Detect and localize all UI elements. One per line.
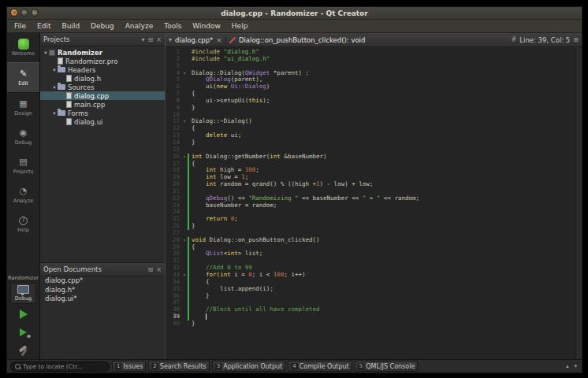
build-button[interactable] (7, 341, 39, 359)
monitor-icon (17, 285, 29, 294)
menu-item-file[interactable]: File (9, 20, 32, 32)
code-line[interactable]: 23 baseNumber = random; (166, 202, 575, 209)
output-pane-button-compile-output[interactable]: 4Compile Output (288, 361, 352, 372)
debug-icon (17, 128, 29, 139)
window-controls: × − ▫ (10, 9, 39, 17)
fold-marker-icon[interactable]: ▾ (181, 272, 188, 279)
split-icon[interactable]: ⊞ (148, 36, 154, 43)
expand-arrow-icon[interactable]: ▾ (43, 50, 49, 56)
code-line[interactable]: 9} (166, 105, 575, 112)
chevron-down-icon[interactable]: ▾ (169, 36, 172, 43)
code-line[interactable]: 40} (166, 321, 575, 328)
code-line[interactable]: 35 list.append(i); (166, 286, 575, 293)
menu-item-tools[interactable]: Tools (158, 20, 187, 32)
code-text: } (189, 223, 195, 230)
qt-creator-window: × − ▫ dialog.cpp - Randomizer - Qt Creat… (6, 6, 582, 373)
locate-input[interactable]: Type to locate (Ctr... (10, 361, 110, 372)
output-pane-button-search-results[interactable]: 2Search Results (148, 361, 209, 372)
button-label: QML/JS Console (366, 363, 415, 370)
expand-arrow-icon[interactable]: ▾ (51, 84, 58, 91)
run-button[interactable] (7, 305, 39, 323)
menu-item-debug[interactable]: Debug (85, 20, 120, 32)
fold-marker-icon[interactable]: ▾ (181, 70, 188, 77)
tree-item-randomizer-pro[interactable]: Randomizer.pro (40, 57, 165, 65)
titlebar[interactable]: × − ▫ dialog.cpp - Randomizer - Qt Creat… (7, 7, 582, 20)
close-icon[interactable]: × (156, 36, 162, 43)
code-line[interactable]: 14} (166, 139, 575, 146)
code-text: delete ui; (189, 132, 241, 139)
hash-icon[interactable]: # (512, 36, 517, 43)
code-line[interactable]: 36 } (166, 293, 575, 300)
code-editor[interactable]: 1#include "dialog.h"2#include "ui_dialog… (166, 47, 582, 359)
output-pane-button-application-output[interactable]: 3Application Output (212, 361, 286, 372)
tree-item-label: main.cpp (74, 101, 105, 109)
tree-item-dialog-h[interactable]: dialog.h (40, 74, 165, 83)
code-line[interactable]: 25 return 0; (166, 216, 575, 223)
split-editor-icon[interactable]: ⊞ (573, 36, 579, 43)
mode-item-edit[interactable]: Edit (7, 62, 39, 93)
mode-item-projects[interactable]: Projects (7, 151, 39, 180)
fold-marker-icon[interactable]: ▾ (181, 118, 188, 125)
split-icon[interactable]: ⊞ (148, 266, 154, 273)
symbol-selector[interactable]: Dialog::on_pushButton_clicked(): void (239, 36, 365, 44)
tree-item-dialog-ui[interactable]: dialog.ui (40, 117, 165, 126)
editor-scrollbar[interactable] (575, 47, 582, 359)
tree-item-main-cpp[interactable]: main.cpp (40, 100, 165, 109)
code-line[interactable]: 16▾int Dialog::getNumber(int &baseNumber… (166, 154, 575, 161)
code-line[interactable]: 2#include "ui_dialog.h" (166, 56, 575, 63)
menu-item-edit[interactable]: Edit (32, 20, 56, 32)
open-file-name[interactable]: dialog.cpp* (175, 36, 213, 44)
expand-arrow-icon[interactable]: ▾ (51, 67, 58, 73)
code-line[interactable]: 13 delete ui; (166, 132, 575, 139)
output-pane-button-qml-js-console[interactable]: 5QML/JS Console (355, 361, 419, 372)
chevron-up-icon[interactable]: ▴ (564, 363, 571, 369)
code-line[interactable]: 38 //Block until all have completed (166, 306, 575, 313)
expand-arrow-icon[interactable]: ▾ (51, 110, 58, 117)
code-line[interactable]: 30 QList<int> list; (166, 250, 575, 258)
tree-item-headers[interactable]: ▾Headers (40, 65, 165, 74)
code-area[interactable]: 1#include "dialog.h"2#include "ui_dialog… (166, 47, 575, 359)
projects-icon (17, 157, 29, 168)
mode-item-debug[interactable]: Debug (7, 122, 39, 151)
close-document-icon[interactable]: × (216, 36, 222, 44)
code-line[interactable]: 6 ui(new Ui::Dialog) (166, 83, 575, 91)
open-document-dialog-ui[interactable]: dialog.ui* (40, 295, 165, 304)
mode-item-design[interactable]: Design (7, 93, 39, 122)
menu-item-help[interactable]: Help (226, 20, 254, 32)
window-maximize-button[interactable]: ▫ (31, 9, 39, 17)
menu-item-window[interactable]: Window (187, 20, 226, 32)
tree-item-label: Sources (68, 83, 95, 91)
open-document-dialog-cpp[interactable]: dialog.cpp* (40, 276, 165, 286)
close-icon[interactable]: × (156, 266, 162, 273)
mode-item-analyze[interactable]: Analyze (7, 180, 39, 209)
menu-item-analyze[interactable]: Analyze (120, 20, 158, 32)
fold-marker-icon[interactable]: ▾ (181, 237, 188, 244)
tree-item-dialog-cpp[interactable]: dialog.cpp (40, 91, 165, 100)
output-pane-button-issues[interactable]: 1Issues (112, 361, 146, 372)
kit-selector-button[interactable]: Debug (10, 283, 36, 304)
code-line[interactable]: 11▾Dialog::~Dialog() (166, 118, 575, 125)
status-bar: Type to locate (Ctr... 1Issues2Search Re… (7, 359, 582, 372)
tree-item-forms[interactable]: ▾Forms (40, 109, 165, 117)
tree-item-randomizer[interactable]: ▾Randomizer (40, 48, 165, 57)
chevron-down-icon[interactable]: ▾ (572, 363, 579, 369)
code-line[interactable]: 28▾void Dialog::on_pushButton_clicked() (166, 237, 575, 244)
code-line[interactable]: 26} (166, 223, 575, 230)
window-close-button[interactable]: × (10, 9, 18, 17)
line-number[interactable]: 40 (166, 321, 181, 328)
code-line[interactable]: 39 (166, 313, 575, 321)
chevron-down-icon[interactable]: ▾ (142, 36, 145, 43)
window-minimize-button[interactable]: − (20, 9, 28, 17)
sidebar: Projects ▾ ⊞ × ▾RandomizerRandomizer.pro… (40, 33, 166, 359)
menu-item-build[interactable]: Build (57, 20, 86, 32)
code-line[interactable]: 33▾ for(int i = 0; i < 100; i++) (166, 272, 575, 279)
open-document-dialog-h[interactable]: dialog.h* (40, 286, 165, 295)
mode-item-help[interactable]: Help (7, 209, 39, 239)
fold-marker-icon[interactable]: ▾ (181, 154, 188, 161)
code-line[interactable]: 8 ui->setupUi(this); (166, 98, 575, 105)
code-text: } (189, 293, 210, 300)
debug-run-button[interactable] (7, 323, 39, 341)
code-line[interactable]: 20 int random = qrand() % ((high +1) - l… (166, 181, 575, 188)
mode-item-welcome[interactable]: Welcome (7, 33, 39, 62)
tree-item-sources[interactable]: ▾Sources (40, 83, 165, 91)
